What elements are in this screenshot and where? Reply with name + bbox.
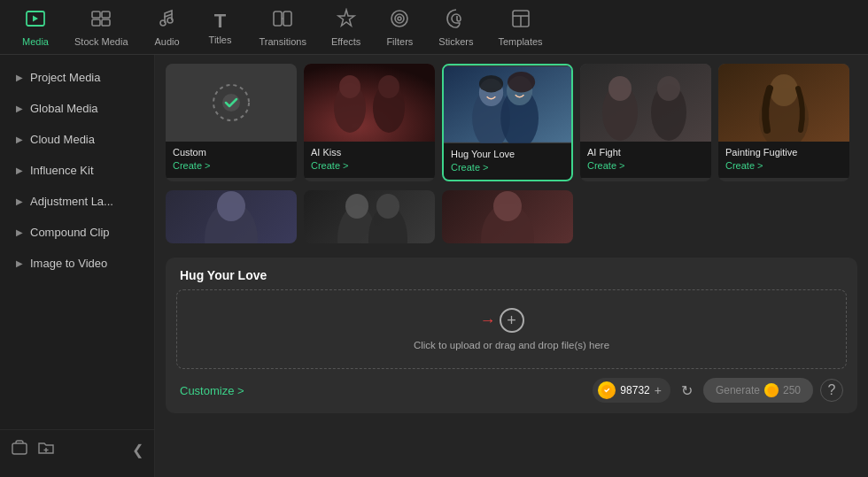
card-thumb-aikiss <box>304 64 435 142</box>
toolbar-label-templates: Templates <box>498 36 542 47</box>
media-card-small-3[interactable] <box>442 190 573 243</box>
sidebar-item-image-to-video[interactable]: ▶ Image to Video <box>5 249 149 278</box>
media-card-hugyourlove[interactable]: Hug Your Love Create > <box>442 64 573 181</box>
media-icon <box>25 8 46 35</box>
media-card-aifight[interactable]: AI Fight Create > <box>580 64 711 181</box>
svg-point-36 <box>608 76 632 101</box>
sidebar-item-global-media[interactable]: ▶ Global Media <box>5 94 149 123</box>
toolbar-item-media[interactable]: Media <box>9 3 62 52</box>
sidebar-item-influence-kit[interactable]: ▶ Influence Kit <box>5 156 149 185</box>
modal-footer-right: 98732 + ↻ Generate 250 ? <box>593 378 843 403</box>
generate-button[interactable]: Generate 250 <box>703 378 813 403</box>
sidebar-arrow-compound-clip: ▶ <box>16 227 23 237</box>
card-info-hugyourlove: Hug Your Love Create > <box>444 143 571 180</box>
svg-point-49 <box>493 191 522 221</box>
sidebar-item-cloud-media[interactable]: ▶ Cloud Media <box>5 125 149 154</box>
svg-point-13 <box>398 17 401 20</box>
svg-point-12 <box>395 14 404 23</box>
sidebar-arrow-image-to-video: ▶ <box>16 258 23 268</box>
sidebar-footer: ❮ <box>0 429 154 470</box>
svg-point-33 <box>508 72 535 92</box>
modal-title: Hug Your Love <box>180 268 267 282</box>
card-title-painting: Painting Fugitive <box>725 147 842 158</box>
main-content: ▶ Project Media ▶ Global Media ▶ Cloud M… <box>0 55 868 477</box>
help-button[interactable]: ? <box>820 379 843 402</box>
audio-icon <box>157 8 178 35</box>
media-card-aikiss[interactable]: AI Kiss Create > <box>304 64 435 181</box>
toolbar-item-effects[interactable]: Effects <box>319 3 373 52</box>
sidebar-label-compound-clip: Compound Clip <box>30 226 110 239</box>
media-card-small-2[interactable] <box>304 190 435 243</box>
modal-header: Hug Your Love <box>166 258 857 289</box>
stickers-icon <box>446 8 467 35</box>
sidebar-arrow-project-media: ▶ <box>16 73 23 82</box>
card-title-custom: Custom <box>173 147 290 158</box>
toolbar-label-stickers: Stickers <box>438 36 473 47</box>
refresh-button[interactable]: ↻ <box>678 379 696 403</box>
toolbar-item-stickers[interactable]: Stickers <box>426 3 485 52</box>
svg-rect-1 <box>92 12 100 18</box>
upload-area[interactable]: → + Click to upload or drag and drop fil… <box>176 289 847 369</box>
sidebar-item-compound-clip[interactable]: ▶ Compound Clip <box>5 218 149 247</box>
card-title-hugyourlove: Hug Your Love <box>451 149 564 159</box>
new-bin-icon[interactable] <box>11 439 28 461</box>
toolbar-item-titles[interactable]: T Titles <box>194 4 247 50</box>
card-info-aikiss: AI Kiss Create > <box>304 142 435 178</box>
toolbar-label-titles: Titles <box>209 35 232 45</box>
svg-rect-4 <box>102 19 110 26</box>
media-grid-row1: Custom Create > <box>155 55 868 190</box>
card-create-painting[interactable]: Create > <box>725 160 842 171</box>
coin-count: 98732 <box>620 384 649 396</box>
card-info-custom: Custom Create > <box>166 142 297 178</box>
coin-icon <box>598 381 616 399</box>
toolbar-item-audio[interactable]: Audio <box>141 3 194 52</box>
svg-point-50 <box>601 385 612 396</box>
toolbar-label-stock-media: Stock Media <box>74 36 128 47</box>
upload-label: Click to upload or drag and drop file(s)… <box>414 340 609 350</box>
svg-point-38 <box>657 76 680 101</box>
card-create-aifight[interactable]: Create > <box>587 160 704 171</box>
sidebar-label-adjustment-la: Adjustment La... <box>30 195 113 208</box>
toolbar-item-filters[interactable]: Filters <box>373 3 426 52</box>
media-card-small-1[interactable] <box>166 190 297 243</box>
card-thumb-small-3 <box>442 190 573 243</box>
svg-rect-17 <box>12 443 27 454</box>
svg-rect-34 <box>580 64 711 142</box>
add-folder-icon[interactable] <box>37 439 55 461</box>
transitions-icon <box>272 8 293 35</box>
sidebar-arrow-global-media: ▶ <box>16 104 23 113</box>
media-card-painting[interactable]: Painting Fugitive Create > <box>718 64 849 181</box>
toolbar-item-templates[interactable]: Templates <box>485 3 554 52</box>
card-create-hugyourlove[interactable]: Create > <box>451 162 564 173</box>
customize-link[interactable]: Customize > <box>180 384 244 397</box>
templates-icon <box>510 8 531 35</box>
card-create-custom[interactable]: Create > <box>173 160 290 171</box>
card-create-aikiss[interactable]: Create > <box>311 160 428 171</box>
svg-point-47 <box>376 194 399 219</box>
modal-panel: Hug Your Love → + Click to upload or dra… <box>166 258 857 413</box>
toolbar-item-transitions[interactable]: Transitions <box>247 3 319 52</box>
sidebar-collapse-button[interactable]: ❮ <box>132 442 143 458</box>
svg-rect-10 <box>283 12 291 26</box>
sidebar-item-adjustment-la[interactable]: ▶ Adjustment La... <box>5 187 149 216</box>
sidebar-arrow-influence-kit: ▶ <box>16 165 23 175</box>
svg-rect-22 <box>304 64 435 142</box>
card-thumb-hugyourlove <box>444 65 571 143</box>
card-info-aifight: AI Fight Create > <box>580 142 711 178</box>
effects-icon <box>336 8 357 35</box>
titles-icon: T <box>214 10 226 33</box>
toolbar-label-filters: Filters <box>386 36 413 47</box>
media-card-custom[interactable]: Custom Create > <box>166 64 297 181</box>
sidebar-item-project-media[interactable]: ▶ Project Media <box>5 63 149 92</box>
sidebar-label-influence-kit: Influence Kit <box>30 164 94 177</box>
svg-point-45 <box>345 194 368 219</box>
coin-badge[interactable]: 98732 + <box>593 378 670 403</box>
toolbar-label-audio: Audio <box>154 36 179 47</box>
generate-coin-icon <box>764 383 779 397</box>
content-area: Custom Create > <box>155 55 868 477</box>
sidebar-arrow-cloud-media: ▶ <box>16 135 23 144</box>
svg-rect-3 <box>92 19 100 26</box>
toolbar-item-stock-media[interactable]: Stock Media <box>62 3 141 52</box>
sidebar-label-global-media: Global Media <box>30 102 98 115</box>
toolbar-label-effects: Effects <box>331 36 360 47</box>
